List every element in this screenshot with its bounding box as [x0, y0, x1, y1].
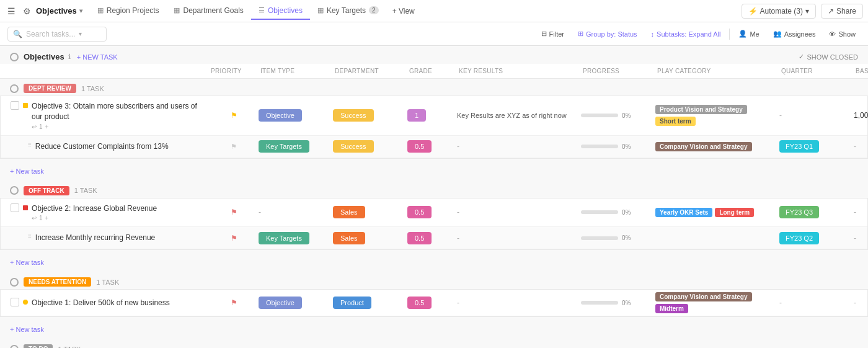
new-task-button[interactable]: + New task: [0, 322, 868, 337]
quarter-cell[interactable]: FY23 Q1: [779, 142, 854, 151]
department-cell[interactable]: Sales: [333, 208, 407, 216]
show-button[interactable]: 👁 Show: [824, 28, 861, 40]
new-task-global-button[interactable]: + NEW TASK: [77, 53, 118, 61]
automate-button[interactable]: ⚡ Automate (3) ▾: [742, 4, 816, 19]
assignees-icon: 👥: [773, 30, 782, 38]
progress-text: 0%: [622, 234, 631, 241]
subtask-line-icon: ≡: [28, 141, 32, 148]
item-type-pill: Objective: [259, 297, 302, 309]
table-row: ≡ Reduce Customer Complaints from 13% ⚑ …: [1, 136, 867, 158]
filter-icon: ⊟: [541, 30, 547, 38]
section-collapse-icon[interactable]: [10, 84, 19, 93]
show-closed-button[interactable]: ✓ SHOW CLOSED: [799, 53, 858, 61]
tab-icon-kt: ▦: [317, 6, 324, 14]
grade-cell[interactable]: 1: [407, 111, 457, 120]
search-box[interactable]: 🔍 Search tasks... ▾: [7, 27, 107, 42]
grade-cell[interactable]: 0.5: [407, 234, 457, 243]
new-task-button[interactable]: + New task: [0, 255, 868, 270]
task-name-text[interactable]: Objective 1: Deliver 500k of new busines…: [32, 298, 170, 308]
dept-review-task-count: 1 TASK: [81, 85, 104, 92]
col-play-category[interactable]: PLAY CATEGORY: [655, 66, 779, 76]
share-icon: ↗: [828, 7, 834, 16]
col-progress[interactable]: PROGRESS: [580, 66, 655, 76]
search-chevron-icon[interactable]: ▾: [79, 30, 82, 37]
col-priority[interactable]: PRIORITY: [208, 66, 258, 76]
play-cat-pill: Product Vision and Strategy: [655, 105, 747, 114]
item-type-cell[interactable]: Objective: [259, 111, 333, 120]
priority-cell: ⚑: [209, 143, 259, 151]
item-type-cell[interactable]: Key Targets: [259, 234, 333, 243]
main-info-icon: ℹ: [68, 53, 71, 61]
task-name-text[interactable]: Objective 3: Obtain more subscribers and…: [32, 102, 197, 121]
task-name-text[interactable]: Objective 2: Increase Global Revenue: [32, 204, 157, 213]
baseline-cell: -: [854, 142, 868, 151]
group-by-button[interactable]: ⊞ Group by: Status: [573, 27, 642, 40]
department-cell[interactable]: Success: [333, 142, 407, 151]
flag-icon: ⚑: [231, 298, 237, 307]
share-button[interactable]: ↗ Share: [821, 4, 863, 19]
new-task-button[interactable]: + New task: [0, 164, 868, 179]
task-checkbox[interactable]: [11, 101, 19, 110]
col-item-type[interactable]: ITEM TYPE: [258, 66, 332, 76]
key-results-text: Key Results are XYZ as of right now: [457, 112, 567, 119]
main-header: Objectives ℹ + NEW TASK ✓ SHOW CLOSED: [0, 46, 868, 64]
section-collapse-icon[interactable]: [10, 186, 19, 195]
progress-bar: [581, 210, 618, 214]
grade-cell[interactable]: 0.5: [407, 208, 457, 216]
tab-department-goals[interactable]: ▦ Department Goals: [166, 2, 250, 20]
section-collapse-icon[interactable]: [10, 278, 19, 287]
task-name-text[interactable]: Reduce Customer Complaints from 13%: [35, 141, 169, 152]
quarter-cell[interactable]: FY23 Q2: [779, 234, 854, 243]
table-row: Objective 3: Obtain more subscribers and…: [1, 96, 867, 136]
title-chevron-icon[interactable]: ▾: [79, 7, 82, 14]
add-subtask-icon[interactable]: +: [45, 123, 49, 130]
grade-cell[interactable]: 0.5: [407, 142, 457, 151]
toolbar: 🔍 Search tasks... ▾ ⊟ Filter ⊞ Group by:…: [0, 22, 868, 46]
me-button[interactable]: 👤 Me: [733, 27, 764, 40]
add-view-button[interactable]: + View: [386, 3, 421, 19]
quarter-cell[interactable]: FY23 Q3: [779, 208, 854, 216]
item-type-cell: -: [259, 208, 333, 216]
progress-cell: 0%: [581, 234, 655, 241]
department-cell[interactable]: Product: [333, 298, 407, 307]
task-checkbox[interactable]: [11, 203, 19, 212]
filter-button[interactable]: ⊟ Filter: [536, 27, 569, 40]
item-type-cell[interactable]: Objective: [259, 298, 333, 307]
assignees-button[interactable]: 👥 Assignees: [768, 27, 821, 40]
badge-needs-attention: NEEDS ATTENTION: [24, 277, 91, 287]
priority-cell: ⚑: [209, 234, 259, 243]
tab-key-targets[interactable]: ▦ Key Targets 2: [310, 2, 386, 20]
section-to-do: TO DO 1 TASK Objective 4: Create 5 Blogs…: [0, 339, 868, 348]
tab-region-projects[interactable]: ▦ Region Projects: [90, 2, 167, 20]
table-row: ≡ Increase Monthly recurring Revenue ⚑ K…: [1, 227, 867, 249]
add-subtask-icon[interactable]: +: [45, 215, 49, 221]
task-checkbox[interactable]: [11, 298, 19, 306]
item-type-cell[interactable]: Key Targets: [259, 142, 333, 151]
col-key-results[interactable]: KEY RESULTS: [456, 66, 580, 76]
department-cell[interactable]: Sales: [333, 234, 407, 243]
badge-off-track: OFF TRACK: [24, 186, 69, 195]
section-collapse-icon[interactable]: [10, 345, 19, 348]
department-cell[interactable]: Success: [333, 111, 407, 120]
col-quarter[interactable]: QUARTER: [779, 66, 853, 76]
task-name-cell: Objective 1: Deliver 500k of new busines…: [11, 295, 209, 311]
quarter-pill: FY23 Q3: [779, 206, 819, 218]
dept-pill: Product: [333, 297, 371, 309]
col-department[interactable]: DEPARTMENT: [332, 66, 407, 76]
dept-pill: Success: [333, 140, 374, 153]
grade-pill: 0.5: [407, 232, 432, 244]
tab-objectives[interactable]: ☰ Objectives: [251, 2, 310, 20]
gear-icon[interactable]: ⚙: [20, 4, 33, 19]
task-name-text[interactable]: Increase Monthly recurring Revenue: [35, 233, 155, 243]
col-grade[interactable]: GRADE: [407, 66, 456, 76]
quarter-pill: FY23 Q1: [779, 140, 819, 153]
dept-review-table: Objective 3: Obtain more subscribers and…: [0, 96, 868, 159]
subtasks-button[interactable]: ↕ Subtasks: Expand All: [646, 28, 726, 40]
section-header-to-do: TO DO 1 TASK: [0, 339, 868, 348]
quarter-pill: FY23 Q2: [779, 232, 819, 244]
section-header-dept-review: DEPT REVIEW 1 TASK: [0, 79, 868, 96]
col-baseline[interactable]: BASELINE: [853, 66, 868, 76]
section-dept-review: DEPT REVIEW 1 TASK Objective 3: Obtain m…: [0, 79, 868, 179]
grade-cell[interactable]: 0.5: [407, 298, 457, 307]
hamburger-icon[interactable]: ☰: [5, 4, 18, 19]
